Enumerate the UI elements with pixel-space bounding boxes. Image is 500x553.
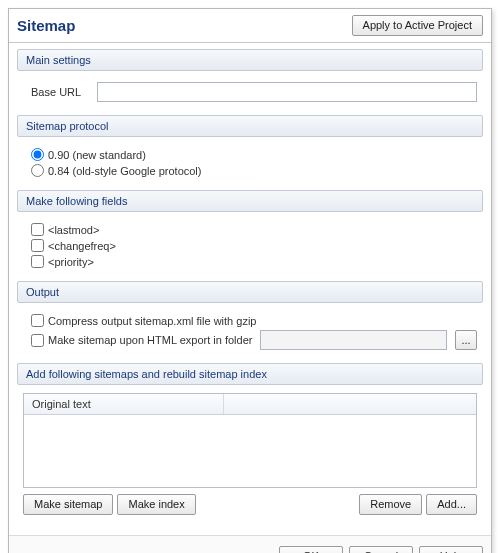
output-export-folder-input[interactable] (260, 330, 447, 350)
column-spacer (224, 394, 476, 414)
output-export-checkbox[interactable] (31, 334, 44, 347)
output-export[interactable]: Make sitemap upon HTML export in folder (31, 334, 252, 347)
ok-button[interactable]: OK (279, 546, 343, 553)
spacer (200, 494, 356, 515)
field-priority-checkbox[interactable] (31, 255, 44, 268)
cancel-button[interactable]: Cancel (349, 546, 413, 553)
field-changefreq[interactable]: <changefreq> (31, 239, 477, 252)
table-body[interactable] (24, 415, 476, 483)
protocol-radio-084[interactable] (31, 164, 44, 177)
field-lastmod-label: <lastmod> (48, 224, 99, 236)
rebuild-header: Add following sitemaps and rebuild sitem… (17, 363, 483, 385)
fields-body: <lastmod> <changefreq> <priority> (17, 218, 483, 281)
field-priority-label: <priority> (48, 256, 94, 268)
output-compress-label: Compress output sitemap.xml file with gz… (48, 315, 256, 327)
output-body: Compress output sitemap.xml file with gz… (17, 309, 483, 363)
base-url-input[interactable] (97, 82, 477, 102)
protocol-label-090: 0.90 (new standard) (48, 149, 146, 161)
sitemaps-table[interactable]: Original text (23, 393, 477, 488)
remove-button[interactable]: Remove (359, 494, 422, 515)
field-changefreq-checkbox[interactable] (31, 239, 44, 252)
make-index-button[interactable]: Make index (117, 494, 195, 515)
dialog-footer: OK Cancel Help (9, 535, 491, 553)
dialog-content: Main settings Base URL Sitemap protocol … (9, 43, 491, 535)
table-header: Original text (24, 394, 476, 415)
protocol-header: Sitemap protocol (17, 115, 483, 137)
output-compress[interactable]: Compress output sitemap.xml file with gz… (31, 314, 477, 327)
protocol-body: 0.90 (new standard) 0.84 (old-style Goog… (17, 143, 483, 190)
sitemap-dialog: Sitemap Apply to Active Project Main set… (8, 8, 492, 553)
rebuild-body: Original text Make sitemap Make index Re… (17, 391, 483, 525)
titlebar: Sitemap Apply to Active Project (9, 9, 491, 43)
protocol-label-084: 0.84 (old-style Google protocol) (48, 165, 201, 177)
field-lastmod[interactable]: <lastmod> (31, 223, 477, 236)
field-lastmod-checkbox[interactable] (31, 223, 44, 236)
help-button[interactable]: Help (419, 546, 483, 553)
output-compress-checkbox[interactable] (31, 314, 44, 327)
field-changefreq-label: <changefreq> (48, 240, 116, 252)
base-url-label: Base URL (31, 86, 89, 98)
column-original-text[interactable]: Original text (24, 394, 224, 414)
add-button[interactable]: Add... (426, 494, 477, 515)
field-priority[interactable]: <priority> (31, 255, 477, 268)
fields-header: Make following fields (17, 190, 483, 212)
dialog-title: Sitemap (17, 17, 75, 34)
protocol-option-090[interactable]: 0.90 (new standard) (31, 148, 477, 161)
main-settings-header: Main settings (17, 49, 483, 71)
output-export-label: Make sitemap upon HTML export in folder (48, 334, 252, 346)
apply-to-active-project-button[interactable]: Apply to Active Project (352, 15, 483, 36)
browse-folder-button[interactable]: ... (455, 330, 477, 350)
make-sitemap-button[interactable]: Make sitemap (23, 494, 113, 515)
protocol-option-084[interactable]: 0.84 (old-style Google protocol) (31, 164, 477, 177)
main-settings-body: Base URL (17, 77, 483, 115)
rebuild-buttons: Make sitemap Make index Remove Add... (23, 494, 477, 515)
output-header: Output (17, 281, 483, 303)
protocol-radio-090[interactable] (31, 148, 44, 161)
